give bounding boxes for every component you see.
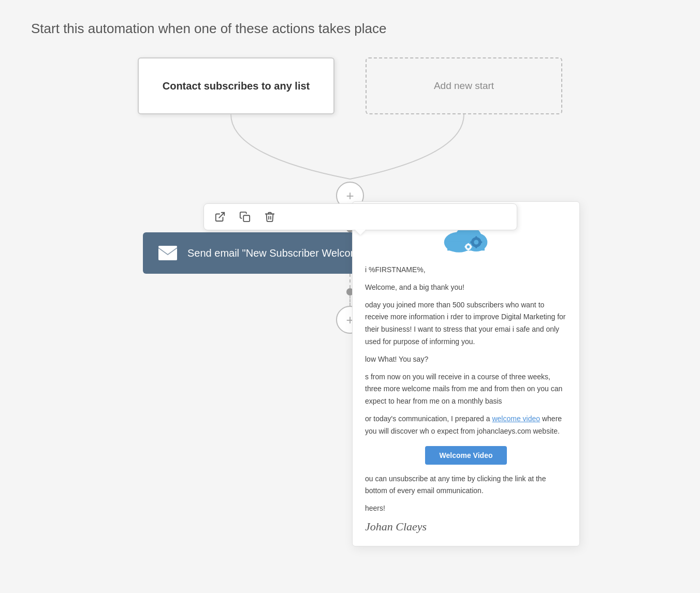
email-preview-panel: i %FIRSTNAME%, Welcome, and a big thank … bbox=[352, 201, 580, 546]
svg-rect-1 bbox=[243, 215, 250, 221]
connector-line-2 bbox=[349, 274, 351, 288]
svg-point-15 bbox=[467, 245, 470, 248]
preview-greeting: i %FIRSTNAME%, bbox=[365, 264, 567, 276]
svg-rect-17 bbox=[468, 249, 469, 251]
preview-unsubscribe: ou can unsubscribe at any time by clicki… bbox=[365, 473, 567, 498]
svg-rect-18 bbox=[464, 246, 466, 248]
svg-rect-11 bbox=[475, 245, 477, 248]
trigger-box-add-new[interactable]: Add new start bbox=[366, 57, 562, 114]
email-icon-wrap bbox=[158, 246, 177, 260]
preview-signature: Johan Claeys bbox=[365, 520, 567, 533]
delete-button[interactable] bbox=[262, 209, 278, 225]
trigger-label: Contact subscribes to any list bbox=[163, 80, 310, 92]
preview-welcome-video-link[interactable]: welcome video bbox=[492, 414, 540, 423]
envelope-icon bbox=[158, 246, 177, 260]
plus-icon-top: + bbox=[346, 188, 354, 204]
welcome-video-cta[interactable]: Welcome Video bbox=[425, 446, 507, 465]
svg-point-9 bbox=[474, 240, 478, 245]
preview-body3: s from now on you will receive in a cour… bbox=[365, 371, 567, 408]
preview-body4: or today's communication, I prepared a w… bbox=[365, 413, 567, 438]
svg-rect-13 bbox=[479, 241, 482, 243]
preview-welcome: Welcome, and a big thank you! bbox=[365, 281, 567, 294]
preview-body2: low What! You say? bbox=[365, 353, 567, 366]
svg-rect-10 bbox=[475, 236, 477, 239]
export-button[interactable] bbox=[212, 209, 228, 225]
svg-rect-16 bbox=[468, 243, 469, 245]
trigger-box-active[interactable]: Contact subscribes to any list bbox=[138, 57, 334, 114]
preview-cheers: heers! bbox=[365, 502, 567, 515]
add-new-label: Add new start bbox=[434, 80, 494, 92]
copy-button[interactable] bbox=[237, 209, 253, 225]
page-title: Start this automation when one of these … bbox=[31, 21, 669, 37]
connector-line-3 bbox=[349, 295, 351, 306]
svg-rect-19 bbox=[470, 246, 472, 248]
connector-svg bbox=[133, 114, 567, 182]
svg-rect-12 bbox=[470, 241, 473, 243]
preview-body1: oday you joined more than 500 subscriber… bbox=[365, 299, 567, 348]
toolbar-popup bbox=[203, 203, 517, 230]
svg-line-0 bbox=[219, 213, 224, 218]
